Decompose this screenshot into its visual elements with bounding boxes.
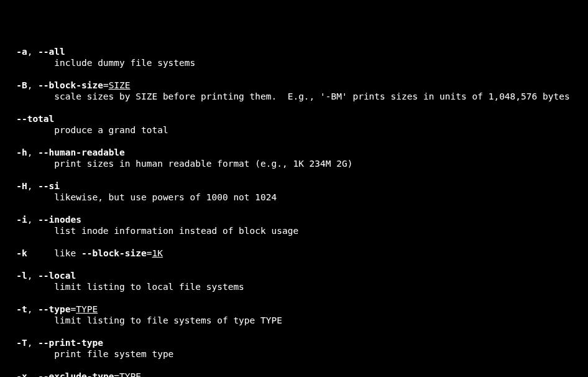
option-flag-line: -i, --inodes [0, 214, 588, 225]
option-desc-line: scale sizes by SIZE before printing them… [0, 91, 588, 102]
option-desc-line: produce a grand total [0, 124, 588, 136]
option-desc-line: limit listing to local file systems [0, 281, 588, 292]
option-desc-line: print sizes in human readable format (e.… [0, 158, 588, 169]
blank-line [0, 326, 588, 337]
option-desc-line: print file system type [0, 348, 588, 360]
blank-line [0, 236, 588, 248]
blank-line [0, 136, 588, 147]
option-flag-line: -h, --human-readable [0, 147, 588, 158]
option-desc-line: include dummy file systems [0, 57, 588, 68]
option-flag-line: -x, --exclude-type=TYPE [0, 371, 588, 377]
blank-line [0, 292, 588, 304]
blank-line [0, 360, 588, 371]
option-flag-line: -k like --block-size=1K [0, 248, 588, 259]
blank-line [0, 203, 588, 214]
option-desc-line: list inode information instead of block … [0, 225, 588, 236]
option-flag-line: -H, --si [0, 180, 588, 192]
option-flag-line: -B, --block-size=SIZE [0, 80, 588, 91]
option-flag-line: -T, --print-type [0, 337, 588, 348]
option-flag-line: --total [0, 113, 588, 124]
option-flag-line: -t, --type=TYPE [0, 304, 588, 315]
blank-line [0, 102, 588, 113]
option-flag-line: -l, --local [0, 270, 588, 281]
option-flag-line: -a, --all [0, 46, 588, 57]
manpage-content: -a, --all include dummy file systems -B,… [0, 46, 588, 377]
option-desc-line: limit listing to file systems of type TY… [0, 315, 588, 326]
option-desc-line: likewise, but use powers of 1000 not 102… [0, 192, 588, 203]
blank-line [0, 169, 588, 180]
blank-line [0, 68, 588, 80]
blank-line [0, 259, 588, 270]
